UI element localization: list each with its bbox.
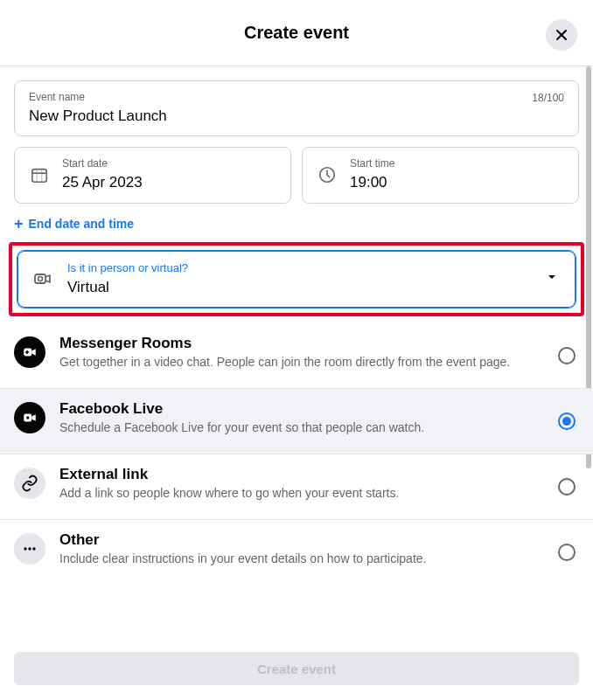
location-type-highlight: Is it in person or virtual? Virtual <box>9 242 584 317</box>
option-desc: Add a link so people know where to go wh… <box>59 485 544 502</box>
svg-point-11 <box>28 547 31 550</box>
dialog-content: Event name New Product Launch 18/100 Sta… <box>0 66 593 639</box>
radio-unchecked[interactable] <box>558 544 576 561</box>
start-time-label: Start time <box>350 156 394 171</box>
add-end-date-link[interactable]: + End date and time <box>14 212 134 235</box>
svg-rect-0 <box>32 170 47 183</box>
dialog-title: Create event <box>244 23 349 43</box>
option-title: Other <box>59 530 544 551</box>
virtual-options-list: Messenger Rooms Get together in a video … <box>0 323 593 584</box>
svg-point-10 <box>24 547 26 550</box>
location-type-value: Virtual <box>67 276 188 299</box>
svg-point-6 <box>38 277 43 281</box>
location-type-label: Is it in person or virtual? <box>67 260 188 276</box>
dialog-footer: Create event <box>0 639 593 700</box>
option-facebook-live[interactable]: Facebook Live Schedule a Facebook Live f… <box>0 389 593 454</box>
start-date-label: Start date <box>62 156 143 171</box>
create-event-button[interactable]: Create event <box>14 652 579 685</box>
option-external-link[interactable]: External link Add a link so people know … <box>0 454 593 520</box>
svg-point-12 <box>32 547 35 550</box>
event-name-label: Event name <box>29 90 564 105</box>
video-camera-icon <box>32 268 53 289</box>
svg-point-9 <box>26 416 29 419</box>
close-icon <box>553 26 570 44</box>
date-time-row: Start date 25 Apr 2023 Start time 19:00 <box>14 147 579 203</box>
create-event-label: Create event <box>257 662 336 676</box>
other-ellipsis-icon <box>14 533 45 565</box>
svg-rect-5 <box>35 274 45 283</box>
plus-icon: + <box>14 216 24 232</box>
add-end-label: End date and time <box>29 217 135 231</box>
messenger-rooms-icon <box>14 336 45 368</box>
start-date-field[interactable]: Start date 25 Apr 2023 <box>14 147 291 203</box>
event-name-value: New Product Launch <box>29 105 564 128</box>
location-type-select[interactable]: Is it in person or virtual? Virtual <box>17 251 576 308</box>
external-link-icon <box>14 468 45 499</box>
option-title: Facebook Live <box>59 399 544 419</box>
start-time-field[interactable]: Start time 19:00 <box>302 147 579 203</box>
radio-unchecked[interactable] <box>558 347 576 364</box>
radio-unchecked[interactable] <box>558 478 576 496</box>
calendar-icon <box>29 165 50 184</box>
option-messenger-rooms[interactable]: Messenger Rooms Get together in a video … <box>0 323 593 389</box>
clock-icon <box>317 165 338 184</box>
option-title: Messenger Rooms <box>59 334 544 354</box>
event-name-counter: 18/100 <box>532 92 564 104</box>
chevron-down-icon <box>545 270 559 288</box>
start-time-value: 19:00 <box>350 171 394 194</box>
facebook-live-icon <box>14 402 45 433</box>
option-desc: Schedule a Facebook Live for your event … <box>59 419 544 436</box>
option-desc: Include clear instructions in your event… <box>59 551 544 567</box>
option-other[interactable]: Other Include clear instructions in your… <box>0 520 593 585</box>
dialog-header: Create event <box>0 0 593 66</box>
radio-checked[interactable] <box>558 412 576 430</box>
option-title: External link <box>59 465 544 485</box>
start-date-value: 25 Apr 2023 <box>62 171 143 194</box>
event-name-field[interactable]: Event name New Product Launch 18/100 <box>14 80 579 136</box>
close-button[interactable] <box>546 19 577 51</box>
option-desc: Get together in a video chat. People can… <box>59 354 544 371</box>
